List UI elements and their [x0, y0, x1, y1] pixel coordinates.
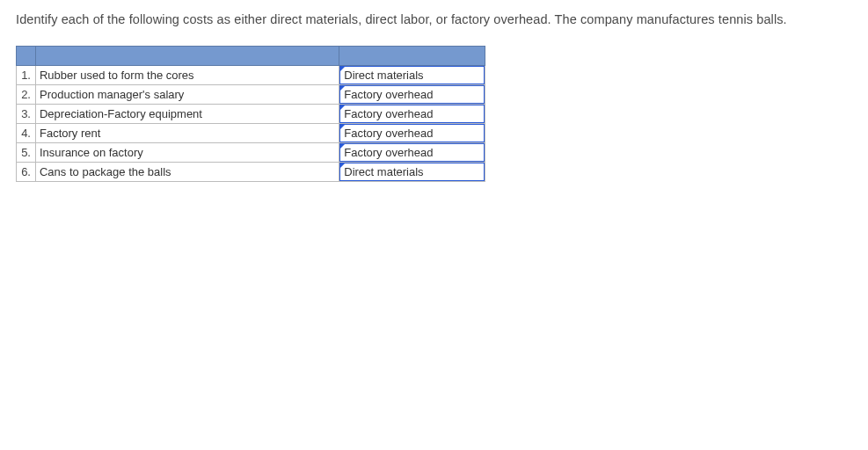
- answer-value: Direct materials: [344, 69, 423, 82]
- answer-value: Direct materials: [344, 165, 423, 178]
- answer-value: Factory overhead: [344, 88, 433, 101]
- row-description: Cans to package the balls: [35, 163, 339, 182]
- row-number: 5.: [17, 143, 36, 163]
- answer-dropdown[interactable]: Factory overhead: [339, 124, 485, 142]
- dropdown-indicator-icon: [340, 67, 345, 71]
- row-number: 2.: [17, 85, 36, 105]
- row-description: Production manager's salary: [35, 85, 339, 105]
- row-description: Insurance on factory: [35, 143, 339, 163]
- header-description-cell: [35, 47, 339, 66]
- table-row: 6. Cans to package the balls Direct mate…: [17, 163, 485, 182]
- answer-dropdown[interactable]: Factory overhead: [339, 105, 485, 123]
- dropdown-indicator-icon: [340, 105, 345, 110]
- table-row: 2. Production manager's salary Factory o…: [17, 85, 485, 105]
- table-row: 3. Depreciation-Factory equipment Factor…: [17, 105, 485, 124]
- dropdown-indicator-icon: [340, 144, 345, 149]
- table-row: 5. Insurance on factory Factory overhead: [17, 143, 485, 163]
- row-number: 4.: [17, 124, 36, 143]
- answer-dropdown[interactable]: Direct materials: [339, 163, 485, 181]
- answer-value: Factory overhead: [344, 146, 433, 159]
- answer-value: Factory overhead: [344, 127, 433, 140]
- row-number: 6.: [17, 163, 36, 182]
- row-number: 1.: [17, 66, 36, 85]
- row-description: Depreciation-Factory equipment: [35, 105, 339, 124]
- answer-dropdown[interactable]: Factory overhead: [339, 143, 485, 162]
- row-number: 3.: [17, 105, 36, 124]
- row-description: Factory rent: [35, 124, 339, 143]
- table-row: 1. Rubber used to form the cores Direct …: [17, 66, 485, 85]
- dropdown-indicator-icon: [340, 125, 345, 129]
- answer-value: Factory overhead: [344, 107, 433, 120]
- table-row: 4. Factory rent Factory overhead: [17, 124, 485, 143]
- header-number-cell: [17, 47, 36, 66]
- answer-dropdown[interactable]: Factory overhead: [339, 85, 485, 104]
- question-instruction: Identify each of the following costs as …: [16, 12, 852, 26]
- cost-classification-table: 1. Rubber used to form the cores Direct …: [16, 46, 485, 182]
- dropdown-indicator-icon: [340, 163, 345, 168]
- table-header-row: [17, 47, 485, 66]
- header-answer-cell: [339, 47, 485, 66]
- row-description: Rubber used to form the cores: [35, 66, 339, 85]
- dropdown-indicator-icon: [340, 86, 345, 91]
- answer-dropdown[interactable]: Direct materials: [339, 66, 485, 84]
